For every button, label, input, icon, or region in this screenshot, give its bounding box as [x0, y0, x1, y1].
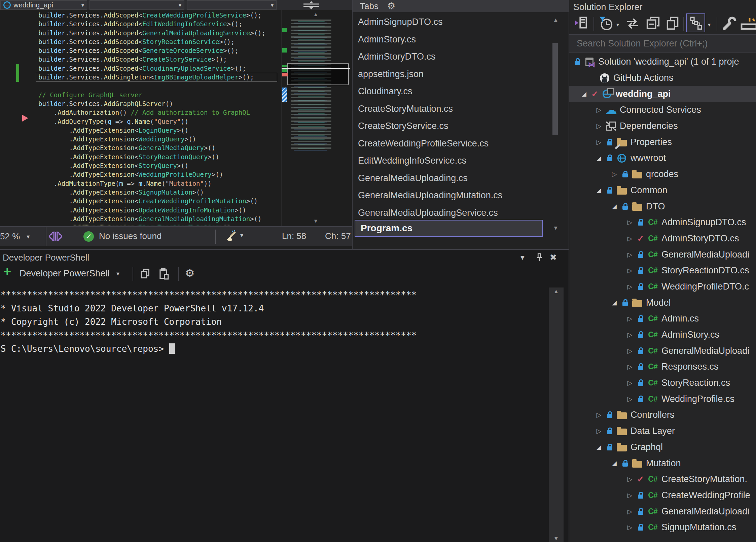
panel-chevron-down-icon[interactable]: ▼ [519, 254, 526, 262]
expander-icon[interactable]: ▷ [624, 492, 635, 499]
tabs-list-item[interactable]: CreateStoryService.cs [353, 117, 548, 135]
code-line[interactable]: .AddTypeExtension<GeneralMediaQuery>() [38, 143, 281, 152]
expander-icon[interactable]: ▷ [624, 283, 635, 291]
tree-row[interactable]: ▷qrcodes [569, 166, 756, 182]
scroll-up-icon[interactable]: ▲ [553, 288, 559, 295]
code-line[interactable]: .AddTypeExtension<SignupMutation>() [38, 188, 281, 197]
scroll-up-icon[interactable]: ▲ [553, 17, 559, 24]
expander-icon[interactable]: ◢ [609, 299, 620, 306]
expander-icon[interactable]: ▷ [593, 138, 604, 146]
code-line[interactable]: .AddTypeExtension<WeddingQuery>() [38, 135, 281, 143]
tree-row[interactable]: ▷C#GeneralMediaUploadi [569, 343, 756, 359]
tree-row[interactable]: Solution 'wedding_api' (1 of 1 proje [569, 54, 756, 70]
code-line[interactable]: builder.Services.AddScoped<EditWeddingIn… [38, 20, 281, 28]
tabs-list-item[interactable]: GeneralMediaUploadingMutation.cs [353, 187, 548, 204]
code-line[interactable]: .AddTypeExtension<StoryReactionQuery>() [38, 153, 281, 161]
code-line[interactable]: .AddTypeExtension<CreateWeddingProfileMu… [38, 197, 281, 205]
code-line[interactable]: .AddQueryType(q => q.Name("Query")) [38, 117, 281, 126]
pending-changes-filter-icon[interactable] [598, 15, 614, 32]
chevron-down-icon[interactable]: ▾ [616, 22, 619, 28]
tree-row[interactable]: ▷Properties [569, 134, 756, 150]
scroll-down-icon[interactable]: ▼ [553, 225, 559, 232]
tree-row[interactable]: ▷C#SignupMutation.cs [569, 519, 756, 536]
tree-row[interactable]: ▷✓C#AdminStoryDTO.cs [569, 231, 756, 247]
code-line[interactable]: .AddTypeExtension<WeddingProfileQuery>() [38, 170, 281, 179]
tree-row[interactable]: ▷✓C#CreateStoryMutation. [569, 471, 756, 487]
code-line[interactable]: builder.Services.AddGraphQLServer() [38, 99, 281, 108]
code-line[interactable]: builder.Services.AddScoped<CloudinaryUpl… [38, 64, 281, 73]
tree-row[interactable]: ▷C#GeneralMediaUploadi [569, 503, 756, 519]
paste-clipboard-icon[interactable] [157, 267, 170, 281]
chevron-down-icon[interactable]: ▾ [708, 22, 711, 28]
expander-icon[interactable]: ◢ [609, 203, 620, 210]
tree-row[interactable]: ◢Graphql [569, 439, 756, 455]
minimap-viewport[interactable] [287, 63, 349, 85]
expander-icon[interactable]: ▷ [624, 347, 635, 355]
expander-icon[interactable]: ▷ [624, 251, 635, 259]
expander-icon[interactable]: ◢ [579, 90, 589, 98]
member-dropdown[interactable]: ▾ [187, 0, 277, 10]
gear-icon[interactable]: ⚙ [185, 267, 195, 279]
chevron-down-icon[interactable]: ▾ [240, 232, 243, 239]
intellicode-icon[interactable] [49, 230, 62, 245]
chevron-down-icon[interactable]: ▾ [116, 270, 119, 277]
expander-icon[interactable]: ▷ [609, 170, 620, 178]
code-line[interactable]: .AddTypeExtension<GeneralMediaUploadingM… [38, 214, 281, 223]
tree-row[interactable]: ▷Data Layer [569, 423, 756, 439]
tree-row[interactable]: ▷C#AdminStory.cs [569, 327, 756, 343]
expander-icon[interactable]: ▷ [593, 411, 604, 419]
code-line[interactable]: builder.Services.AddScoped<GenerateQrcod… [38, 46, 281, 55]
code-line[interactable]: // Configure GraphQL server [38, 91, 281, 99]
type-dropdown[interactable]: ▾ [89, 0, 184, 10]
code-line[interactable]: builder.Services.AddScoped<GeneralMediaU… [38, 29, 281, 37]
tabs-list-item[interactable]: GeneralMediaUploadingService.cs [353, 204, 548, 222]
no-issues-check-icon[interactable]: ✓ [83, 231, 94, 242]
expander-icon[interactable]: ◢ [593, 443, 604, 451]
scroll-down-icon[interactable]: ▼ [553, 535, 559, 542]
tabs-scrollbar-thumb[interactable] [552, 43, 558, 135]
tree-row[interactable]: ▷C#GeneralMediaUploadi [569, 246, 756, 263]
expander-icon[interactable]: ▷ [593, 106, 604, 114]
expander-icon[interactable]: ▷ [593, 427, 604, 435]
tree-row[interactable]: ▷Dependencies [569, 118, 756, 134]
terminal-output[interactable]: ****************************************… [0, 288, 417, 355]
code-line[interactable]: .AddTypeExtension<StoryReactionMutation>… [38, 223, 281, 226]
expander-icon[interactable]: ▷ [593, 122, 604, 130]
code-line[interactable]: .AddTypeExtension<LoginQuery>() [38, 126, 281, 135]
terminal-scrollbar[interactable]: ▲ ▼ [549, 287, 564, 542]
expander-icon[interactable]: ◢ [593, 155, 604, 162]
scroll-up-icon[interactable]: ▲ [313, 11, 319, 18]
preview-highlight-icon[interactable] [740, 15, 756, 33]
tabs-list-item[interactable]: Cloudinary.cs [353, 83, 548, 100]
split-editor-handle[interactable] [302, 1, 320, 11]
expander-icon[interactable]: ◢ [609, 460, 620, 467]
tree-row[interactable]: ◢Mutation [569, 455, 756, 471]
code-line[interactable]: .AddTypeExtension<StoryQuery>() [38, 161, 281, 170]
collapse-all-icon[interactable] [645, 15, 661, 32]
tree-row[interactable]: ▷Controllers [569, 407, 756, 423]
copy-icon[interactable] [139, 267, 151, 281]
scroll-down-icon[interactable]: ▼ [313, 218, 319, 224]
pin-icon[interactable] [534, 252, 544, 264]
tree-row[interactable]: GitHub Actions [569, 70, 756, 86]
code-line[interactable]: .AddMutationType(m => m.Name("Mutation")… [38, 179, 281, 188]
tree-row[interactable]: ▷C#CreateWeddingProfile [569, 487, 756, 504]
expander-icon[interactable]: ▷ [624, 235, 635, 242]
tree-row[interactable]: ◢wwwroot [569, 150, 756, 166]
new-terminal-icon[interactable]: + [3, 264, 11, 279]
tabs-list-item[interactable]: appsettings.json [353, 66, 548, 83]
close-icon[interactable]: ✖ [550, 252, 557, 262]
gear-icon[interactable]: ⚙ [387, 2, 395, 11]
expander-icon[interactable]: ▷ [624, 523, 635, 531]
tree-row[interactable]: ◢✓wedding_api [569, 86, 756, 102]
tabs-list-item[interactable]: GeneralMediaUploading.cs [353, 170, 548, 187]
code-line[interactable]: builder.Services.AddScoped<CreateStorySe… [38, 55, 281, 64]
expander-icon[interactable]: ▷ [624, 218, 635, 226]
code-line[interactable] [38, 81, 281, 90]
code-line[interactable]: .AddAuthorization() // Add authorization… [38, 108, 281, 117]
tabs-list-item[interactable]: AdminStory.cs [353, 31, 548, 48]
tree-row[interactable]: ▷C#WeddingProfile.cs [569, 391, 756, 407]
tree-row[interactable]: ▷C#StoryReaction.cs [569, 375, 756, 391]
tree-row[interactable]: ▷C#Responses.cs [569, 359, 756, 375]
code-editor[interactable]: wedding_api ▾ ▾ ▾ builder.Services.AddSc… [0, 0, 352, 226]
